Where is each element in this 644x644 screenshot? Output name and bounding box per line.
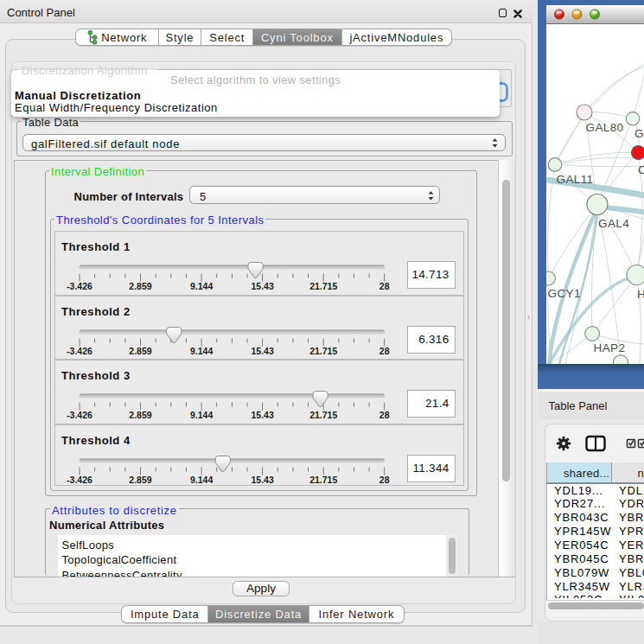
svg-text:-3.426: -3.426 xyxy=(67,474,92,484)
svg-text:GCY1: GCY1 xyxy=(547,286,580,299)
svg-text:9.144: 9.144 xyxy=(190,474,213,484)
svg-text:GA: GA xyxy=(634,126,644,139)
svg-text:9.144: 9.144 xyxy=(190,345,213,355)
svg-text:HA: HA xyxy=(637,287,644,300)
svg-text:21.715: 21.715 xyxy=(309,474,337,484)
svg-text:C: C xyxy=(638,163,644,175)
svg-text:HAP2: HAP2 xyxy=(593,341,625,354)
svg-text:15.43: 15.43 xyxy=(251,410,273,420)
svg-text:GAL11: GAL11 xyxy=(556,173,593,186)
svg-text:28: 28 xyxy=(379,281,390,291)
svg-text:21.715: 21.715 xyxy=(309,345,337,355)
svg-text:15.43: 15.43 xyxy=(251,474,273,484)
svg-text:2.859: 2.859 xyxy=(129,345,151,355)
svg-text:-3.426: -3.426 xyxy=(67,410,92,420)
svg-text:28: 28 xyxy=(379,474,390,484)
svg-text:21.715: 21.715 xyxy=(309,410,337,420)
svg-text:9.144: 9.144 xyxy=(190,410,213,420)
svg-text:28: 28 xyxy=(379,345,390,355)
svg-text:2.859: 2.859 xyxy=(129,281,151,291)
svg-text:2.859: 2.859 xyxy=(129,474,151,484)
svg-text:28: 28 xyxy=(379,410,390,420)
svg-text:-3.426: -3.426 xyxy=(67,345,92,355)
svg-text:GAL80: GAL80 xyxy=(585,120,623,133)
svg-text:21.715: 21.715 xyxy=(309,281,337,291)
svg-text:15.43: 15.43 xyxy=(251,345,273,355)
svg-text:GAL4: GAL4 xyxy=(598,216,629,229)
svg-text:9.144: 9.144 xyxy=(190,281,213,291)
svg-text:2.859: 2.859 xyxy=(129,410,151,420)
svg-text:15.43: 15.43 xyxy=(251,281,273,291)
svg-text:-3.426: -3.426 xyxy=(67,281,92,291)
